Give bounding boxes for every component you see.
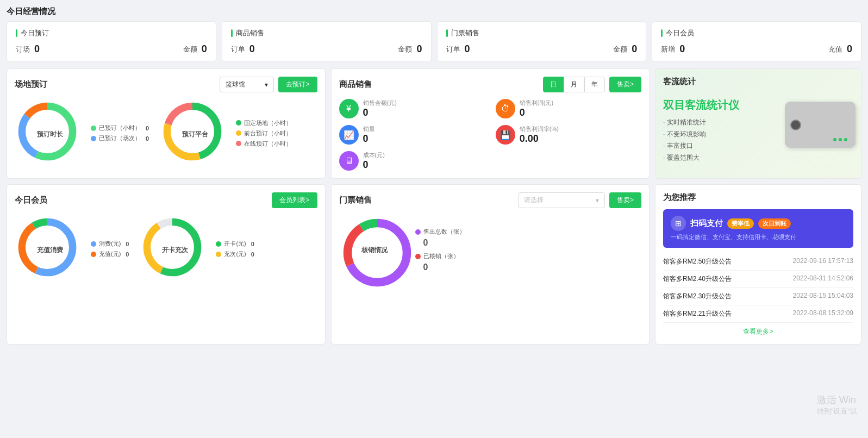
venue-charts-row: 预订时长 已预订（小时） 0 已预订（场次） 0 (15, 99, 317, 170)
legend-dot (236, 120, 241, 126)
metrics-grid: ¥ 销售金额(元) 0 ⏱ 销售利润(元) 0 (339, 99, 642, 171)
sales-amount-icon: ¥ (339, 99, 359, 118)
legend-item: 充值(元) 0 (91, 250, 129, 258)
top-card-tickets-values: 订单 0 金额 0 (446, 43, 638, 55)
member-list-button[interactable]: 会员列表> (272, 192, 317, 208)
metric-value: 0 (520, 107, 553, 118)
legend-value: 0 (251, 241, 254, 247)
profit-icon: ⏱ (496, 99, 515, 118)
go-booking-button[interactable]: 去预订> (278, 77, 317, 92)
metric-item: 💾 销售利润率(%) 0.00 (496, 125, 641, 145)
legend-value: 0 (146, 135, 149, 142)
member-chart1-group: 充值消费 消费(元) 0 充值(元) 0 (15, 215, 129, 285)
metric-item: 📈 销量 0 (339, 125, 485, 145)
metric-label: 销售利润率(%) (520, 125, 559, 133)
tickets-orders-value: 0 (465, 43, 470, 55)
metric-info: 销售利润(元) 0 (520, 99, 553, 118)
venue-donut2: 预订平台 (160, 99, 230, 170)
news-time: 2022-08-15 15:04:03 (793, 292, 853, 301)
legend-item: 充次(元) 0 (216, 250, 254, 258)
news-more-button[interactable]: 查看更多> (663, 327, 853, 336)
legend-label: 已核销（张） (423, 252, 459, 260)
camera-lens (790, 120, 801, 130)
metric-value: 0 (363, 107, 397, 118)
top-card-members: 今日会员 新增 0 充值 0 (652, 21, 861, 62)
cost-icon: 🖥 (339, 151, 359, 171)
ticket-sales-title: 门票销售 (339, 195, 372, 205)
metric-label: 销售利润(元) (520, 99, 553, 107)
recommend-header: 为您推荐 (663, 192, 853, 203)
product-sales-content: ¥ 销售金额(元) 0 ⏱ 销售利润(元) 0 (339, 99, 642, 171)
legend-label: 已预订（小时） (99, 124, 141, 132)
sell-button[interactable]: 售卖> (609, 77, 641, 92)
news-title: 馆客多RM2.40升级公告 (663, 274, 732, 284)
tickets-amount-label: 金额 (613, 45, 627, 54)
metric-item: 🖥 成本(元) 0 (339, 151, 485, 171)
venue-legend2: 固定场地（小时） 前台预订（小时） 在线预订（小时） (236, 119, 292, 150)
legend-item: 开卡(元) 0 (216, 240, 254, 248)
booking-courts: 订场 0 (16, 43, 40, 55)
badge-next-day[interactable]: 次日到账 (758, 218, 791, 229)
legend-value: 0 (146, 125, 149, 132)
metric-item: ¥ 销售金额(元) 0 (339, 99, 485, 118)
venue-controls: 篮球馆 ▾ 去预订> (220, 77, 317, 92)
legend-dot (236, 141, 241, 146)
metric-info: 销量 0 (363, 125, 375, 145)
news-item: 馆客多RM2.50升级公告 2022-09-16 17:57:13 (663, 253, 853, 271)
legend-item: 售出总数（张） (415, 228, 465, 236)
venue-donut2-label: 预订平台 (182, 130, 208, 139)
products-orders-label: 订单 (231, 45, 245, 54)
top-card-members-title: 今日会员 (661, 28, 852, 38)
members-recharge-label: 充值 (828, 45, 842, 54)
top-card-tickets: 门票销售 订单 0 金额 0 (437, 21, 647, 62)
members-new-value: 0 (679, 43, 685, 55)
ticket-controls: 请选择 ▾ 售卖> (518, 192, 641, 208)
booking-amount: 金额 0 (183, 43, 207, 55)
metric-label: 销售金额(元) (363, 99, 397, 107)
indicator-lights (833, 138, 847, 141)
news-item: 馆客多RM2.30升级公告 2022-08-15 15:04:03 (663, 288, 853, 305)
venue-chart2-group: 预订平台 固定场地（小时） 前台预订（小时） 在线预 (160, 99, 292, 170)
badge-low-fee[interactable]: 费率低 (727, 218, 754, 229)
top-card-products: 商品销售 订单 0 金额 0 (222, 21, 432, 62)
ticket-donut-label: 核销情况 (361, 246, 388, 255)
tab-year-button[interactable]: 年 (584, 77, 605, 92)
legend-item: 消费(元) 0 (91, 240, 129, 248)
metric-item: ⏱ 销售利润(元) 0 (496, 99, 641, 118)
recommend-title: 为您推荐 (663, 192, 696, 203)
time-tab-group: 日 月 年 (543, 77, 605, 92)
traffic-card: 客流统计 双目客流统计仪 · 实时精准统计 · 不受环境影响 · 丰富接口 · … (655, 68, 861, 179)
legend-label: 充次(元) (224, 250, 246, 258)
metric-value: 0 (363, 133, 375, 145)
traffic-header: 客流统计 (663, 77, 853, 87)
member-title: 今日会员 (15, 195, 47, 205)
venue-select[interactable]: 篮球馆 ▾ (220, 77, 274, 92)
members-new-label: 新增 (661, 45, 675, 54)
news-time: 2022-09-16 17:57:13 (793, 257, 853, 266)
booking-amount-value: 0 (202, 43, 207, 55)
product-sales-card: 商品销售 日 月 年 售卖> ¥ 销售金额(元) (331, 68, 650, 179)
legend-dot (91, 136, 96, 141)
ticket-sell-button[interactable]: 售卖> (609, 192, 641, 208)
venue-booking-header: 场地预订 篮球馆 ▾ 去预订> (15, 77, 317, 92)
top-card-tickets-title: 门票销售 (446, 28, 638, 38)
feature-item: · 覆盖范围大 (663, 152, 853, 164)
legend-item: 在线预订（小时） (236, 140, 292, 148)
news-list: 馆客多RM2.50升级公告 2022-09-16 17:57:13 馆客多RM2… (663, 253, 853, 323)
legend-dot (91, 241, 96, 247)
member-donut1-label: 充值消费 (37, 246, 63, 255)
tab-day-button[interactable]: 日 (543, 77, 564, 92)
booking-courts-label: 订场 (16, 45, 30, 54)
legend-label: 在线预订（小时） (244, 140, 292, 148)
ticket-sales-header: 门票销售 请选择 ▾ 售卖> (339, 192, 642, 208)
recommend-banner-header: ⊞ 扫码支付 费率低 次日到账 (671, 216, 846, 231)
tab-month-button[interactable]: 月 (564, 77, 584, 92)
tickets-amount: 金额 0 (613, 43, 637, 55)
venue-donut1: 预订时长 (15, 99, 85, 170)
recommend-banner: ⊞ 扫码支付 费率低 次日到账 一码搞定微信、支付宝、支持信用卡、花呗支付 (663, 209, 853, 248)
ticket-select[interactable]: 请选择 ▾ (518, 192, 605, 208)
top-card-products-title: 商品销售 (231, 28, 422, 38)
legend-dot (91, 252, 96, 257)
recommend-banner-subtitle: 一码搞定微信、支付宝、支持信用卡、花呗支付 (671, 233, 846, 241)
booking-courts-value: 0 (34, 43, 40, 55)
